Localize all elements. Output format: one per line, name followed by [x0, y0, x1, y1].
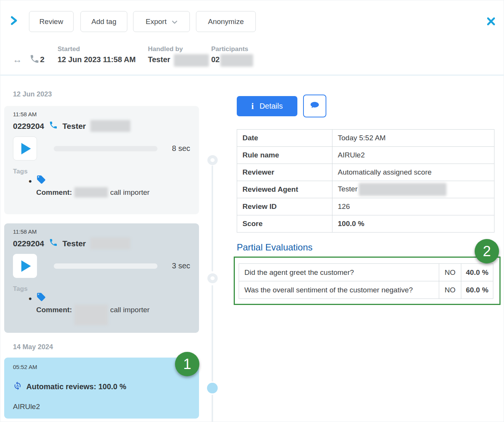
- timeline-line: [212, 165, 213, 271]
- details-button-label: Details: [260, 102, 283, 111]
- call-time: 11:58 AM: [13, 228, 37, 235]
- audio-progress-bar[interactable]: [54, 263, 157, 269]
- table-row: Date Today 5:52 AM: [237, 130, 494, 147]
- timeline-node: [207, 155, 218, 165]
- tag-icon: [36, 292, 46, 303]
- detail-value: 100.0 %: [332, 215, 494, 233]
- agent-name: Tester: [63, 122, 86, 131]
- participants-label: Participants: [211, 45, 248, 53]
- timeline-line: [212, 395, 213, 422]
- timeline-date-group: 14 May 2024: [13, 343, 53, 351]
- play-button[interactable]: [13, 254, 37, 278]
- timeline-node-active: [207, 383, 218, 393]
- detail-label: Reviewed Agent: [237, 181, 332, 198]
- redacted-agent-name: [90, 237, 130, 249]
- detail-value: AIRUle2: [332, 147, 494, 164]
- evaluation-answer: NO: [439, 281, 461, 299]
- table-row: Reviewer Automatically assigned score: [237, 164, 494, 181]
- close-icon[interactable]: [486, 16, 496, 28]
- evaluation-question: Did the agent greet the customer?: [239, 264, 439, 281]
- redacted-comment: [74, 187, 108, 197]
- started-label: Started: [58, 45, 80, 53]
- comment-text: call importer: [110, 305, 149, 315]
- details-button[interactable]: i Details: [237, 96, 297, 116]
- timeline-date-group: 12 Jun 2023: [13, 90, 52, 98]
- comment-label: Comment:: [36, 305, 72, 315]
- phone-icon: [49, 120, 58, 132]
- play-button[interactable]: [13, 136, 37, 160]
- call-number: 0229204: [13, 239, 44, 248]
- swap-arrows-icon: ↔: [13, 54, 22, 65]
- evaluation-question: Was the overall sentiment of the custome…: [239, 281, 439, 299]
- handled-by-value: Tester: [148, 55, 170, 64]
- table-row: Review ID 126: [237, 198, 494, 215]
- call-card-selected[interactable]: 11:58 AM 0229204 Tester 3 sec Tags • Com…: [4, 223, 199, 333]
- call-duration: 8 sec: [172, 144, 190, 153]
- detail-label: Date: [237, 130, 332, 147]
- header-divider: [0, 75, 504, 75]
- evaluation-score: 60.0 %: [461, 281, 493, 299]
- table-row: Rule name AIRUle2: [237, 147, 494, 164]
- rule-name: AIRUle2: [13, 403, 40, 411]
- tag-bullet: •: [29, 176, 32, 187]
- tag-bullet: •: [29, 294, 32, 304]
- partial-evaluations-highlight-box: Did the agent greet the customer? NO 40.…: [234, 257, 501, 305]
- participants-value: 02: [211, 55, 220, 64]
- detail-label: Rule name: [237, 147, 332, 164]
- comment-text: call importer: [110, 187, 149, 197]
- tags-label: Tags: [13, 168, 27, 175]
- annotation-marker-2: 2: [475, 239, 499, 263]
- anonymize-button[interactable]: Anonymize: [196, 11, 256, 32]
- table-row: Score 100.0 %: [237, 215, 494, 233]
- redacted-handled-by: [174, 54, 209, 67]
- chevron-right-icon[interactable]: [10, 16, 19, 27]
- tags-label: Tags: [13, 285, 27, 293]
- redacted-comment: [74, 305, 108, 325]
- annotation-marker-1: 1: [175, 352, 199, 376]
- phone-icon: [29, 54, 40, 66]
- svg-text:A: A: [16, 383, 19, 388]
- redacted-participants: [220, 54, 253, 67]
- play-icon: [21, 260, 31, 272]
- handled-by-label: Handled by: [148, 45, 183, 53]
- comment-button[interactable]: [303, 95, 326, 117]
- call-time: 11:58 AM: [13, 111, 37, 117]
- comment-bubble-icon: [310, 101, 320, 111]
- play-icon: [21, 143, 31, 154]
- detail-label: Score: [237, 215, 332, 233]
- partial-evaluations-title: Partial Evaluations: [237, 242, 313, 253]
- info-icon: i: [251, 101, 254, 111]
- audio-progress-bar[interactable]: [54, 146, 157, 151]
- detail-value: 126: [332, 198, 494, 215]
- chevron-down-icon: [172, 18, 177, 26]
- redacted-agent-name: [90, 120, 130, 132]
- phone-icon: [49, 238, 58, 249]
- review-button[interactable]: Review: [29, 11, 74, 32]
- call-card[interactable]: 11:58 AM 0229204 Tester 8 sec Tags • Com…: [4, 106, 199, 214]
- partial-evaluations-table: Did the agent greet the customer? NO 40.…: [239, 263, 493, 299]
- export-button[interactable]: Export: [133, 11, 190, 32]
- started-value: 12 Jun 2023 11:58 AM: [58, 55, 136, 64]
- detail-label: Reviewer: [237, 164, 332, 181]
- table-row: Did the agent greet the customer? NO 40.…: [239, 264, 493, 281]
- call-number: 0229204: [13, 122, 44, 131]
- table-row: Was the overall sentiment of the custome…: [239, 281, 493, 299]
- call-review-panel: Review Add tag Export Anonymize ↔ 2 Star…: [0, 0, 504, 422]
- evaluation-score: 40.0 %: [461, 264, 493, 281]
- call-count: 2: [40, 55, 45, 64]
- timeline-node: [207, 273, 218, 283]
- table-row: Reviewed Agent Tester: [237, 181, 494, 198]
- agent-name: Tester: [63, 239, 86, 248]
- auto-review-sync-icon: A: [13, 381, 22, 392]
- call-duration: 3 sec: [172, 262, 190, 270]
- detail-value: Automatically assigned score: [332, 164, 494, 181]
- detail-label: Review ID: [237, 198, 332, 215]
- tag-icon: [36, 175, 46, 186]
- export-label: Export: [146, 18, 167, 26]
- add-tag-button[interactable]: Add tag: [80, 11, 127, 32]
- detail-value: Tester: [332, 181, 494, 198]
- redacted-agent-name: [359, 183, 446, 196]
- automatic-review-card[interactable]: 05:52 AM A Automatic reviews: 100.0 % AI…: [4, 358, 199, 419]
- comment-label: Comment:: [36, 187, 72, 197]
- automatic-reviews-score: Automatic reviews: 100.0 %: [26, 382, 126, 391]
